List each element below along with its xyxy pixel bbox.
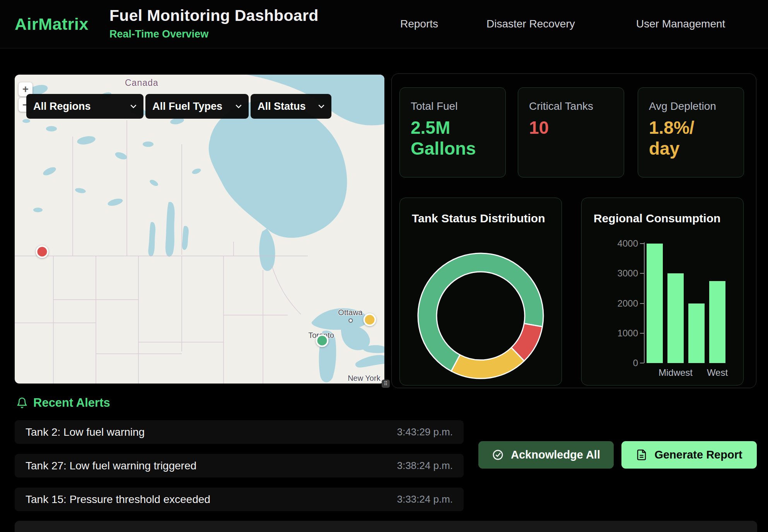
tank-status-donut-chart: [413, 248, 548, 384]
nav-reports[interactable]: Reports: [400, 18, 438, 30]
page-title: Fuel Monitoring Dashboard: [109, 7, 318, 25]
stat-value: 10: [529, 117, 613, 138]
nav-disaster-recovery[interactable]: Disaster Recovery: [486, 18, 575, 30]
bar-chart-title: Regional Consumption: [594, 212, 720, 225]
brand-logo: AirMatrix: [15, 15, 89, 34]
map-city-label-ottawa: Ottawa: [338, 308, 362, 317]
acknowledge-all-button[interactable]: Acknowledge All: [478, 441, 614, 469]
stat-value: 2.5MGallons: [411, 117, 495, 159]
donut-chart-title: Tank Status Distribution: [412, 212, 545, 225]
consumption-bar-4: [709, 281, 725, 363]
recent-alerts-header: Recent Alerts: [16, 396, 110, 410]
map-marker-normal[interactable]: [316, 334, 329, 347]
alert-message: Tank 15: Pressure threshold exceeded: [26, 493, 210, 506]
stat-card-total-fuel: Total Fuel 2.5MGallons: [399, 87, 506, 177]
stat-card-critical-tanks: Critical Tanks 10: [518, 87, 624, 177]
y-tick-mark: [640, 363, 644, 363]
fuel-types-filter-label: All Fuel Types: [152, 101, 222, 113]
regions-filter-label: All Regions: [33, 101, 91, 113]
title-block: Fuel Monitoring Dashboard Real-Time Over…: [109, 7, 318, 40]
fuel-monitoring-dashboard: AirMatrix Fuel Monitoring Dashboard Real…: [0, 0, 768, 532]
stat-value: 1.8%/day: [649, 117, 733, 159]
map-marker-warning[interactable]: [363, 313, 376, 326]
alert-message: Tank 27: Low fuel warning triggered: [26, 460, 196, 472]
y-tick-label: 4000: [611, 239, 638, 248]
regional-consumption-card: Regional Consumption 01000200030004000Mi…: [581, 198, 744, 385]
recent-alerts-title: Recent Alerts: [33, 396, 110, 410]
check-circle-icon: [492, 449, 504, 461]
stat-label: Critical Tanks: [529, 100, 613, 113]
donut-segment-warning: [451, 348, 524, 379]
alert-row[interactable]: Tank 27: Low fuel warning triggered 3:38…: [15, 454, 464, 477]
y-tick-mark: [640, 333, 644, 334]
stat-label: Total Fuel: [411, 100, 495, 113]
chevron-down-icon: [318, 104, 324, 108]
y-tick-label: 3000: [611, 269, 638, 278]
map-resize-handle[interactable]: ⠿: [382, 380, 390, 388]
alert-timestamp: 3:38:24 p.m.: [397, 460, 453, 472]
alert-timestamp: 3:43:29 p.m.: [397, 426, 453, 438]
consumption-bar-2: [667, 273, 684, 363]
x-tick-label-west: West: [707, 367, 728, 378]
bell-icon: [16, 397, 28, 409]
alert-row[interactable]: Tank 2: Low fuel warning 3:43:29 p.m.: [15, 420, 464, 444]
map-city-label-new-york: New York: [348, 373, 381, 382]
chevron-down-icon: [130, 104, 137, 108]
y-tick-label: 2000: [611, 299, 638, 308]
map-country-label: Canada: [125, 78, 159, 88]
status-filter-label: All Status: [258, 101, 306, 113]
acknowledge-all-label: Acknowledge All: [511, 448, 600, 461]
y-tick-mark: [640, 303, 644, 304]
overview-panel: Total Fuel 2.5MGallons Critical Tanks 10…: [391, 73, 756, 388]
chevron-down-icon: [236, 104, 242, 108]
y-tick-mark: [640, 273, 644, 274]
alert-row[interactable]: Tank 15: Pressure threshold exceeded 3:3…: [15, 488, 464, 511]
alert-timestamp: 3:33:24 p.m.: [397, 493, 453, 505]
y-tick-label: 0: [611, 358, 638, 368]
map-marker-critical[interactable]: [36, 245, 48, 258]
stat-label: Avg Depletion: [649, 100, 733, 113]
consumption-bar-1: [647, 244, 663, 363]
page-subtitle: Real-Time Overview: [109, 28, 318, 40]
map-panel[interactable]: Canada − + All Regions All Fuel Types Al…: [15, 75, 384, 384]
stat-card-avg-depletion: Avg Depletion 1.8%/day: [638, 87, 744, 177]
generate-report-label: Generate Report: [654, 448, 742, 461]
consumption-bar-3: [688, 304, 705, 363]
status-filter-dropdown[interactable]: All Status: [251, 94, 331, 119]
y-tick-label: 1000: [611, 329, 638, 338]
alert-message: Tank 2: Low fuel warning: [26, 426, 145, 438]
tank-status-distribution-card: Tank Status Distribution: [399, 198, 562, 385]
y-tick-mark: [640, 243, 644, 244]
nav-user-management[interactable]: User Management: [636, 18, 725, 30]
fuel-types-filter-dropdown[interactable]: All Fuel Types: [145, 94, 249, 119]
report-document-icon: [636, 449, 647, 461]
bar-chart-y-axis: [644, 242, 645, 363]
generate-report-button[interactable]: Generate Report: [621, 441, 757, 469]
x-tick-label-midwest: Midwest: [659, 367, 693, 378]
bottom-panel-edge: [15, 521, 757, 532]
header-bar: AirMatrix Fuel Monitoring Dashboard Real…: [0, 0, 768, 48]
regions-filter-dropdown[interactable]: All Regions: [26, 94, 143, 119]
